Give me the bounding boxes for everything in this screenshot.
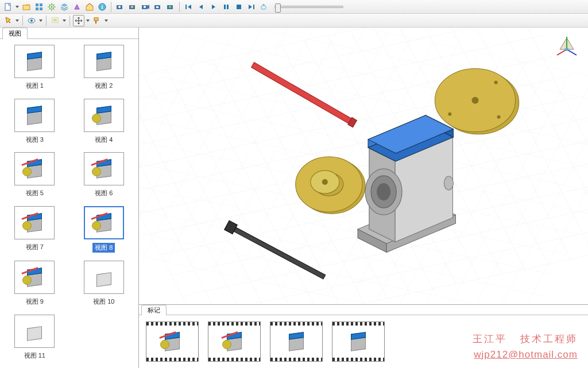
view-thumbnail[interactable]: 视图 10	[76, 261, 132, 309]
camera5-icon[interactable]	[165, 1, 176, 13]
eye-dropdown[interactable]	[38, 20, 43, 22]
view-thumbnail[interactable]: 视图 5	[7, 152, 63, 200]
svg-point-11	[118, 6, 121, 8]
svg-rect-47	[232, 226, 326, 279]
main-toolbar: i	[0, 0, 588, 14]
thumbnail-image	[14, 45, 55, 78]
camera1-icon[interactable]	[114, 1, 126, 13]
view-thumbnail[interactable]: 视图 3	[7, 99, 63, 147]
svg-point-37	[497, 115, 501, 119]
svg-rect-20	[185, 5, 187, 9]
playback-slider[interactable]	[274, 6, 343, 8]
svg-rect-29	[94, 18, 98, 21]
view-triad-icon[interactable]	[552, 32, 581, 61]
grid-icon[interactable]	[33, 1, 45, 13]
svg-rect-4	[36, 7, 38, 10]
viewport: 标记	[139, 28, 588, 368]
svg-rect-25	[261, 6, 266, 9]
thumbnail-image	[14, 152, 55, 185]
thumbnail-image	[84, 45, 124, 78]
3d-model	[139, 28, 588, 304]
toolbar-separator	[111, 2, 111, 12]
toolbar-separator	[179, 2, 180, 12]
svg-point-7	[51, 6, 53, 7]
move-dropdown[interactable]	[86, 20, 90, 22]
3d-canvas[interactable]	[139, 28, 588, 305]
view-thumbnail[interactable]: 视图 2	[76, 45, 132, 93]
views-tab[interactable]: 视图	[2, 28, 28, 39]
first-icon[interactable]	[183, 1, 194, 13]
thumbnail-label: 视图 5	[26, 189, 44, 197]
play-icon[interactable]	[208, 1, 219, 13]
layers-icon[interactable]	[59, 1, 70, 13]
prism-icon[interactable]	[71, 1, 83, 13]
thumbnail-label: 视图 9	[26, 297, 44, 306]
note-dropdown[interactable]	[62, 20, 67, 22]
open-icon[interactable]	[21, 1, 32, 13]
thumbnail-image	[84, 152, 124, 185]
view-thumbnail[interactable]: 视图 4	[76, 99, 132, 147]
svg-rect-21	[224, 5, 226, 9]
svg-point-40	[377, 183, 390, 200]
stop-icon[interactable]	[233, 1, 245, 13]
last-icon[interactable]	[246, 1, 257, 13]
secondary-toolbar	[0, 14, 588, 28]
thumbnail-label: 视图 4	[95, 135, 113, 144]
svg-point-46	[322, 179, 328, 185]
mark-frame[interactable]	[332, 321, 385, 362]
thumbnail-label: 视图 1	[26, 82, 44, 90]
thumbnail-image	[84, 261, 124, 294]
marks-strip	[139, 315, 588, 368]
svg-point-27	[30, 20, 33, 22]
info-icon[interactable]: i	[96, 1, 108, 13]
pointer-dropdown[interactable]	[15, 20, 20, 22]
view-thumbnail[interactable]: 视图 9	[7, 261, 63, 309]
pause-icon[interactable]	[220, 1, 232, 13]
svg-point-41	[444, 176, 453, 190]
thumbnail-label: 视图 6	[95, 189, 113, 197]
marks-tabs: 标记	[139, 305, 588, 315]
note-icon[interactable]	[49, 15, 61, 26]
thumbnail-label: 视图 3	[26, 135, 44, 144]
mark-frame[interactable]	[146, 321, 199, 362]
camera4-icon[interactable]	[152, 1, 164, 13]
thumbnail-label: 视图 10	[93, 297, 114, 306]
move-icon[interactable]	[73, 15, 84, 26]
svg-rect-0	[5, 3, 10, 10]
sidebar-tabs: 视图	[0, 28, 138, 39]
mark-frame[interactable]	[208, 321, 261, 362]
new-icon[interactable]	[2, 1, 14, 13]
thumbnail-image	[84, 99, 124, 132]
marks-tab[interactable]: 标记	[141, 305, 167, 315]
mark-frame[interactable]	[270, 321, 323, 362]
view-thumbnail[interactable]: 视图 1	[7, 45, 63, 93]
views-grid: 视图 1视图 2视图 3视图 4视图 5视图 6视图 7视图 8视图 9视图 1…	[0, 39, 138, 368]
gear-icon[interactable]	[46, 1, 57, 13]
new-dropdown[interactable]	[15, 6, 20, 8]
camera3-icon[interactable]	[140, 1, 151, 13]
svg-rect-1	[23, 5, 30, 10]
paint-icon[interactable]	[91, 15, 103, 26]
svg-rect-30	[252, 63, 354, 125]
camera2-icon[interactable]	[127, 1, 138, 13]
view-thumbnail[interactable]: 视图 11	[7, 315, 63, 363]
thumbnail-label: 视图 11	[24, 351, 45, 360]
view-thumbnail[interactable]: 视图 7	[7, 206, 63, 255]
svg-rect-23	[237, 5, 241, 9]
svg-point-19	[169, 6, 171, 8]
prev-icon[interactable]	[195, 1, 207, 13]
pointer-icon[interactable]	[2, 15, 14, 26]
view-thumbnail[interactable]: 视图 6	[76, 152, 132, 200]
share-icon[interactable]	[258, 1, 270, 13]
svg-rect-2	[36, 3, 38, 6]
thumbnail-label: 视图 8	[92, 243, 115, 253]
svg-point-36	[494, 81, 498, 84]
svg-point-15	[144, 6, 146, 8]
eye-icon[interactable]	[26, 15, 37, 26]
home-icon[interactable]	[84, 1, 95, 13]
toolbar-separator	[22, 16, 23, 26]
svg-rect-24	[253, 5, 254, 9]
view-thumbnail[interactable]: 视图 8	[76, 206, 132, 255]
paint-dropdown[interactable]	[104, 20, 109, 22]
thumbnail-image	[14, 315, 55, 348]
